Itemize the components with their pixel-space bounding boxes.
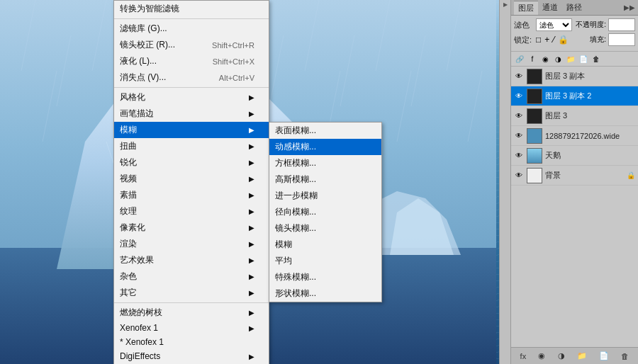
- menu-item-artistic[interactable]: 艺术效果 ▶: [114, 252, 269, 268]
- menu-item-blur[interactable]: 模糊 ▶ 表面模糊... 动感模糊... 方框模糊... 高斯模糊... 进一步…: [114, 122, 269, 138]
- opacity-label: 不透明度:: [576, 20, 606, 30]
- submenu-radial-blur[interactable]: 径向模糊...: [269, 204, 381, 220]
- lock-image-icon[interactable]: 🔒: [558, 35, 569, 45]
- layers-list: 👁 图层 3 副本 👁 图层 3 副本 2 👁 图层 3 👁 128879217…: [511, 67, 638, 186]
- delete-layer-bottom-icon[interactable]: 🗑: [621, 352, 629, 360]
- new-layer-icon[interactable]: 📄: [599, 351, 609, 360]
- lock-all-icon[interactable]: □: [536, 35, 541, 45]
- adjustment-layer-icon[interactable]: ◑: [552, 53, 564, 64]
- submenu-average[interactable]: 平均: [269, 253, 381, 269]
- layer-thumbnail: [527, 69, 542, 84]
- lock-pixels-icon[interactable]: ∕: [553, 35, 554, 45]
- lock-position-icon[interactable]: +: [544, 35, 549, 45]
- tab-paths[interactable]: 路径: [562, 1, 586, 14]
- blur-submenu: 表面模糊... 动感模糊... 方框模糊... 高斯模糊... 进一步模糊 径向…: [269, 122, 382, 302]
- menu-item-pixelate[interactable]: 像素化 ▶: [114, 220, 269, 236]
- layer-item[interactable]: 👁 天鹅: [511, 146, 638, 166]
- layer-visibility-icon[interactable]: 👁: [514, 72, 524, 81]
- new-group-icon[interactable]: 📁: [577, 351, 587, 360]
- layer-visibility-icon[interactable]: 👁: [514, 91, 524, 101]
- menu-item-render[interactable]: 渲染 ▶: [114, 236, 269, 252]
- menu-separator: [114, 87, 269, 88]
- panel-bottom: fx ◉ ◑ 📁 📄 🗑: [511, 347, 638, 364]
- fill-label: 填充:: [590, 35, 606, 45]
- menu-item-digieffects[interactable]: DigiEffects ▶: [114, 349, 269, 363]
- right-panel: 图层 通道 路径 ▶▶ 滤色 滤色 正常 叠加 不透明度: 60% 锁定: □ …: [510, 0, 638, 364]
- submenu-blur[interactable]: 模糊: [269, 237, 381, 253]
- layer-item-background[interactable]: 👁 背景 🔒: [511, 166, 638, 186]
- submenu-shape-blur[interactable]: 形状模糊...: [269, 285, 381, 302]
- layer-visibility-icon[interactable]: 👁: [514, 111, 524, 121]
- layer-lock-icon: 🔒: [627, 171, 635, 179]
- panel-tabs-bar: 图层 通道 路径 ▶▶: [511, 0, 638, 16]
- new-fill-layer-icon[interactable]: ◑: [558, 351, 565, 360]
- submenu-motion-blur[interactable]: 动感模糊...: [269, 139, 381, 155]
- layer-item[interactable]: 👁 图层 3: [511, 106, 638, 126]
- submenu-gaussian-blur[interactable]: 高斯模糊...: [269, 171, 381, 188]
- menu-item-video[interactable]: 视频 ▶: [114, 171, 269, 187]
- menu-item-convert[interactable]: 转换为智能滤镜: [114, 1, 269, 17]
- dropdown-overlay: 转换为智能滤镜 滤镜库 (G)... 镜头校正 (R)... Shift+Ctr…: [0, 0, 510, 364]
- layer-thumbnail: [527, 108, 542, 124]
- filter-menu: 转换为智能滤镜 滤镜库 (G)... 镜头校正 (R)... Shift+Ctr…: [113, 0, 269, 364]
- blend-mode-select[interactable]: 滤色 正常 叠加: [536, 18, 572, 31]
- menu-item-burning-tree[interactable]: 燃烧的树枝 ▶: [114, 305, 269, 321]
- layer-name: 天鹅: [545, 150, 561, 161]
- blend-label: 滤色: [514, 20, 534, 30]
- menu-separator: [114, 302, 269, 303]
- delete-layer-icon[interactable]: 🗑: [591, 53, 602, 64]
- menu-item-liquify[interactable]: 液化 (L)... Shift+Ctrl+X: [114, 53, 269, 69]
- layer-name: 1288792172026.wide: [545, 132, 620, 140]
- menu-item-texture[interactable]: 纹理 ▶: [114, 203, 269, 220]
- layer-name: 图层 3 副本 2: [545, 91, 591, 101]
- layer-tools-row: 🔗 f ◉ ◑ 📁 📄 🗑: [511, 52, 638, 67]
- menu-item-filter-gallery[interactable]: 滤镜库 (G)...: [114, 21, 269, 37]
- layer-style-icon[interactable]: f: [527, 53, 538, 64]
- menu-item-other[interactable]: 其它 ▶: [114, 285, 269, 301]
- add-mask-icon[interactable]: ◉: [538, 351, 545, 360]
- submenu-box-blur[interactable]: 方框模糊...: [269, 155, 381, 171]
- group-layers-icon[interactable]: 📁: [565, 53, 576, 64]
- layer-name: 背景: [545, 170, 561, 181]
- create-layer-icon[interactable]: 📄: [578, 53, 589, 64]
- link-layers-icon[interactable]: 🔗: [514, 53, 525, 64]
- layer-thumbnail: [527, 89, 542, 104]
- layer-visibility-icon[interactable]: 👁: [514, 171, 524, 181]
- layer-thumbnail: [527, 168, 542, 183]
- menu-item-xenofex1-star[interactable]: * Xenofex 1: [114, 335, 269, 349]
- submenu-smart-blur[interactable]: 特殊模糊...: [269, 269, 381, 285]
- menu-item-stylize[interactable]: 风格化 ▶: [114, 89, 269, 106]
- tab-layers[interactable]: 图层: [514, 1, 538, 15]
- panel-tab-arrow[interactable]: ▶▶: [624, 4, 635, 11]
- tab-channels[interactable]: 通道: [538, 1, 562, 14]
- opacity-input[interactable]: 60%: [608, 18, 635, 31]
- layer-item[interactable]: 👁 1288792172026.wide: [511, 126, 638, 146]
- menu-item-sketch[interactable]: 素描 ▶: [114, 187, 269, 203]
- fill-input[interactable]: 100%: [608, 33, 635, 46]
- submenu-blur-more[interactable]: 进一步模糊: [269, 188, 381, 204]
- layer-controls: 滤色 滤色 正常 叠加 不透明度: 60% 锁定: □ + ∕ 🔒 填充: 10…: [511, 16, 638, 52]
- menu-item-vanishing-point[interactable]: 消失点 (V)... Alt+Ctrl+V: [114, 69, 269, 86]
- menu-separator: [114, 18, 269, 19]
- layer-name: 图层 3: [545, 110, 567, 121]
- layer-thumbnail: [527, 148, 542, 164]
- menu-item-brush-strokes[interactable]: 画笔描边 ▶: [114, 106, 269, 122]
- layer-name: 图层 3 副本: [545, 71, 585, 81]
- add-layer-style-icon[interactable]: fx: [520, 352, 527, 360]
- layer-item[interactable]: 👁 图层 3 副本: [511, 67, 638, 86]
- lock-label: 锁定:: [514, 35, 534, 45]
- layer-mask-icon[interactable]: ◉: [539, 53, 551, 64]
- menu-item-lens-correction[interactable]: 镜头校正 (R)... Shift+Ctrl+R: [114, 37, 269, 53]
- submenu-lens-blur[interactable]: 镜头模糊...: [269, 220, 381, 237]
- layer-thumbnail: [527, 128, 542, 144]
- menu-item-xenofex1[interactable]: Xenofex 1 ▶: [114, 321, 269, 335]
- menu-item-noise[interactable]: 杂色 ▶: [114, 268, 269, 285]
- layer-visibility-icon[interactable]: 👁: [514, 131, 524, 141]
- layer-item-active[interactable]: 👁 图层 3 副本 2: [511, 86, 638, 106]
- submenu-surface-blur[interactable]: 表面模糊...: [269, 123, 381, 139]
- layer-visibility-icon[interactable]: 👁: [514, 151, 524, 161]
- menu-item-distort[interactable]: 扭曲 ▶: [114, 138, 269, 154]
- menu-item-sharpen[interactable]: 锐化 ▶: [114, 154, 269, 171]
